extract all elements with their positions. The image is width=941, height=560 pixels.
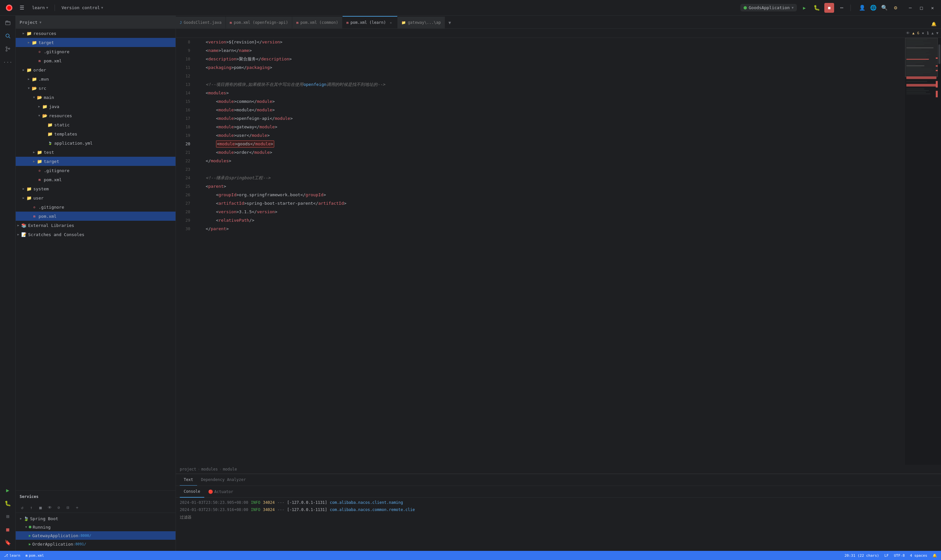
status-line-ending[interactable]: LF [884, 554, 889, 558]
project-selector[interactable]: learn ▼ [29, 4, 51, 11]
sidebar-icon-more[interactable]: ··· [2, 56, 14, 68]
svc-collapse[interactable]: ⊟ [64, 504, 72, 512]
vcs-selector[interactable]: Version control ▼ [59, 4, 106, 11]
svc-item-running[interactable]: ▼ Running [16, 523, 176, 531]
svc-item-gateway[interactable]: ▶ GatewayApplication :8000/ [16, 531, 176, 540]
profile-button[interactable]: 👤 [857, 3, 867, 13]
tree-arrow-target2[interactable]: ▶ [31, 159, 37, 164]
status-position[interactable]: 20:31 (22 chars) [845, 554, 879, 558]
settings-button[interactable]: ⚙ [891, 3, 901, 13]
run-configuration[interactable]: GoodsApplication ▼ [740, 4, 797, 11]
tree-arrow-user[interactable]: ▶ [21, 195, 26, 200]
tree-item-scratches[interactable]: ▶ 📝 Scratches and Consoles [16, 230, 176, 239]
debug-button[interactable]: 🐛 [812, 3, 822, 13]
project-panel-chevron[interactable]: ▼ [40, 21, 42, 24]
editor-scrollbar[interactable] [938, 38, 941, 465]
tree-item-resources[interactable]: ▶ 📁 resources [16, 29, 176, 38]
tree-arrow-main[interactable]: ▼ [31, 95, 37, 100]
tree-item-static[interactable]: 📁 static [16, 120, 176, 129]
tree-item-target2[interactable]: ▶ 📁 target [16, 157, 176, 166]
sidebar-icon-debug[interactable]: 🐛 [2, 497, 14, 509]
tree-arrow-test[interactable]: ▶ [31, 149, 37, 155]
close-button[interactable]: ✕ [928, 3, 937, 12]
sidebar-icon-search[interactable] [2, 30, 14, 42]
tree-item-ext-libs[interactable]: ▶ 📚 External Libraries [16, 221, 176, 230]
sidebar-icon-stop[interactable]: ■ [2, 523, 14, 535]
sidebar-icon-folder[interactable] [2, 17, 14, 29]
warnings-chevron-down[interactable]: ▼ [936, 31, 938, 35]
svc-eye[interactable]: 👁 [46, 504, 54, 512]
project-tree[interactable]: ▶ 📁 resources ▶ 📁 target ⊘ .gitignore [16, 29, 176, 491]
tree-arrow-order[interactable]: ▶ [21, 67, 26, 72]
svc-item-springboot[interactable]: ▶ 🍃 Spring Boot [16, 514, 176, 523]
warnings-chevron-up[interactable]: ▲ [932, 31, 934, 35]
tree-item-test[interactable]: ▶ 📁 test [16, 148, 176, 157]
tree-arrow-java[interactable]: ▶ [37, 104, 42, 109]
tree-arrow-ext-libs[interactable]: ▶ [16, 223, 21, 228]
tree-arrow-system[interactable]: ▶ [21, 186, 26, 191]
tab-close-pom-learn[interactable]: ✕ [389, 20, 393, 25]
tree-item-pom3[interactable]: m pom.xml [16, 212, 176, 221]
more-run-options[interactable]: ⋯ [837, 3, 847, 13]
stop-button[interactable]: ■ [824, 3, 834, 13]
sidebar-icon-run[interactable]: ▶ [2, 484, 14, 496]
tab-pom-learn[interactable]: m pom.xml (learn) ✕ [342, 16, 398, 28]
status-indent[interactable]: 4 spaces [910, 554, 927, 558]
breadcrumb-module[interactable]: module [223, 467, 237, 472]
tree-item-gitignore2[interactable]: ⊘ .gitignore [16, 166, 176, 175]
svc-stop[interactable]: ■ [37, 504, 45, 512]
breadcrumb-project[interactable]: project [180, 467, 196, 472]
editor-content[interactable]: <version>${revision}</version> <name>lea… [193, 38, 905, 465]
svc-add[interactable]: + [73, 504, 81, 512]
sidebar-icon-bookmark[interactable]: 🔖 [2, 537, 14, 548]
tree-arrow-scratches[interactable]: ▶ [16, 232, 21, 237]
tab-pom-common[interactable]: m pom.xml (common) [292, 17, 342, 28]
tree-item-pom1[interactable]: m pom.xml [16, 56, 176, 65]
tab-pom-openfeign[interactable]: m pom.xml (openfeign-api) [226, 17, 293, 28]
tree-item-appyml[interactable]: 🍃 application.yml [16, 138, 176, 148]
svc-filter[interactable]: ⊘ [55, 504, 63, 512]
tree-arrow-resources2[interactable]: ▼ [37, 113, 42, 118]
svc-item-order[interactable]: ▶ OrderApplication :8091/ [16, 540, 176, 548]
tree-arrow-target1[interactable]: ▶ [26, 40, 31, 45]
tree-item-resources2[interactable]: ▼ 📂 resources [16, 111, 176, 120]
tab-dependency-analyzer[interactable]: Dependency Analyzer [197, 474, 250, 486]
tree-item-user[interactable]: ▶ 📁 user [16, 193, 176, 202]
tree-item-mvn[interactable]: ▶ 📁 .mvn [16, 74, 176, 84]
maximize-button[interactable]: □ [917, 3, 926, 12]
tree-arrow-src[interactable]: ▼ [26, 86, 31, 91]
hamburger-menu[interactable]: ☰ [17, 3, 27, 13]
svc-up[interactable]: ↑ [28, 504, 35, 512]
tree-item-gitignore3[interactable]: ⊘ .gitignore [16, 202, 176, 212]
search-button[interactable]: 🔍 [879, 3, 889, 13]
tab-more-button[interactable]: ▼ [445, 17, 454, 28]
tree-item-system[interactable]: ▶ 📁 system [16, 184, 176, 193]
breadcrumb-modules[interactable]: modules [201, 467, 218, 472]
tree-item-order[interactable]: ▶ 📁 order [16, 65, 176, 74]
tree-arrow-mvn[interactable]: ▶ [26, 76, 31, 82]
svc-refresh[interactable]: ↺ [18, 504, 26, 512]
status-notifications[interactable]: 🔔 [932, 554, 937, 558]
svc-arrow-running[interactable]: ▼ [23, 525, 29, 530]
status-file[interactable]: m pom.xml [26, 554, 44, 558]
tree-item-main[interactable]: ▼ 📂 main [16, 93, 176, 102]
tab-goodsclient[interactable]: J GoodsClient.java [176, 17, 226, 28]
tree-arrow-resources[interactable]: ▶ [21, 31, 26, 36]
editor-notifications[interactable]: 🔔 [929, 19, 938, 28]
console-tab-console[interactable]: Console [180, 486, 204, 498]
status-branch[interactable]: ⎇ learn [4, 554, 20, 558]
console-tab-actuator[interactable]: 🔴 Actuator [204, 486, 237, 498]
tree-item-pom2[interactable]: m pom.xml [16, 175, 176, 184]
tab-text[interactable]: Text [180, 474, 197, 486]
sidebar-icon-git[interactable] [2, 43, 14, 55]
scrollbar-thumb[interactable] [938, 45, 940, 64]
tree-item-target1[interactable]: ▶ 📁 target [16, 38, 176, 47]
tree-item-java[interactable]: ▶ 📁 java [16, 102, 176, 111]
run-button[interactable]: ▶ [799, 3, 809, 13]
minimize-button[interactable]: ─ [906, 3, 915, 12]
tree-item-gitignore1[interactable]: ⊘ .gitignore [16, 47, 176, 56]
tab-gateway[interactable]: 📁 gateway\...\ap [398, 17, 445, 28]
tree-item-src[interactable]: ▼ 📂 src [16, 84, 176, 93]
tree-item-templates[interactable]: 📁 templates [16, 129, 176, 138]
sidebar-icon-terminal[interactable]: ⊞ [2, 510, 14, 522]
